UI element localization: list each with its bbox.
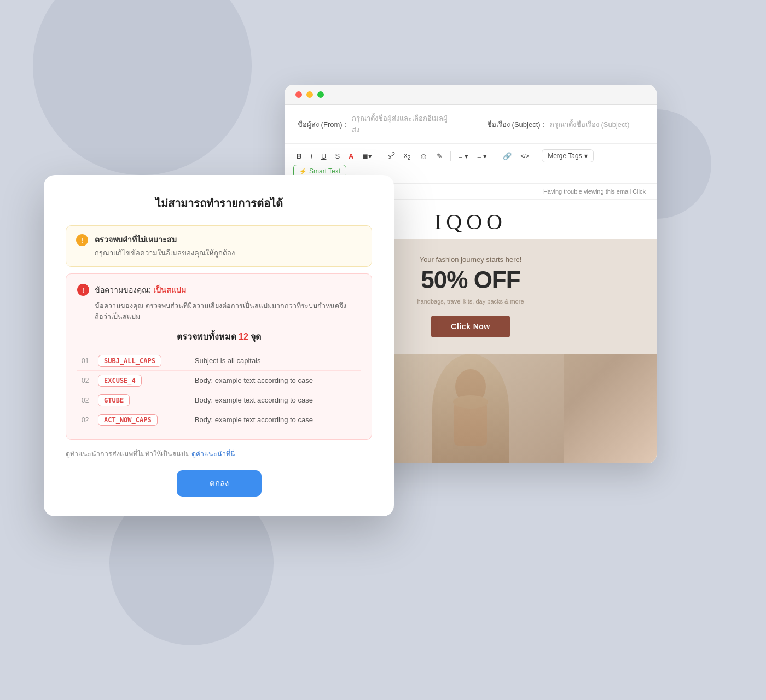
- warning-title: ตรวจพบคำที่ไม่เหมาะสม: [95, 234, 235, 246]
- underline-button[interactable]: U: [318, 150, 329, 162]
- error-title: ข้อความของคุณ: เป็นสแปม: [95, 284, 186, 296]
- footer-pre: ดูทำแนะนำการส่งแมพที่ไม่ทำให้เป็นสแปม: [66, 450, 192, 458]
- svg-rect-0: [378, 354, 564, 463]
- email-cta-button[interactable]: Click Now: [431, 316, 509, 337]
- row-num: 01: [77, 351, 94, 371]
- svg-rect-2: [454, 402, 487, 446]
- modal-title: ไม่สามารถทำรายการต่อได้: [66, 195, 372, 212]
- row-desc: Body: example text according to case: [190, 371, 361, 390]
- merge-tags-chevron: ▾: [584, 152, 588, 160]
- superscript-button[interactable]: x2: [385, 149, 398, 162]
- merge-tags-label: Merge Tags: [548, 152, 582, 160]
- strikethrough-button[interactable]: S: [332, 150, 343, 162]
- svg-point-3: [453, 395, 488, 409]
- table-row: 02 ACT_NOW_CAPS Body: example text accor…: [77, 410, 361, 430]
- modal-footer-text: ดูทำแนะนำการส่งแมพที่ไม่ทำให้เป็นสแปม ดู…: [66, 448, 372, 459]
- error-desc: ข้อความของคุณ ตรวจพบส่วนที่มีความเสี่ยงต…: [77, 300, 361, 322]
- window-maximize-dot: [317, 91, 324, 98]
- footer-link[interactable]: ดูคำแนะนำที่นี่: [192, 450, 235, 458]
- toolbar-divider-4: [537, 151, 537, 161]
- bold-button[interactable]: B: [293, 150, 305, 162]
- code-button[interactable]: </>: [517, 151, 532, 161]
- row-desc: Body: example text according to case: [190, 390, 361, 410]
- bullet-list-button[interactable]: ≡ ▾: [455, 150, 472, 162]
- row-tag: EXCUSE_4: [94, 371, 190, 390]
- summary-post: จุด: [248, 332, 261, 341]
- row-num: 02: [77, 390, 94, 410]
- pen-button[interactable]: ✎: [433, 150, 446, 162]
- subject-label: ชื่อเรื่อง (Subject) :: [487, 119, 544, 130]
- bg-decoration-1: [33, 0, 252, 175]
- ordered-list-button[interactable]: ≡ ▾: [474, 150, 490, 162]
- italic-button[interactable]: I: [307, 150, 316, 162]
- subscript-button[interactable]: x2: [401, 149, 414, 162]
- link-button[interactable]: 🔗: [500, 150, 515, 162]
- warning-desc: กรุณาแก้ไขข้อความในอีเมลของคุณให้ถูกต้อง: [95, 247, 235, 259]
- toolbar-divider-3: [495, 151, 495, 161]
- from-label: ชื่อผู้ส่ง (From) :: [298, 119, 346, 130]
- spam-table: 01 SUBJ_ALL_CAPS Subject is all capitals…: [77, 351, 361, 429]
- table-row: 02 GTUBE Body: example text according to…: [77, 390, 361, 410]
- error-icon: !: [77, 284, 89, 296]
- row-num: 02: [77, 371, 94, 390]
- row-desc: Body: example text according to case: [190, 410, 361, 430]
- smart-text-label: Smart Text: [309, 167, 340, 175]
- warning-content: ตรวจพบคำที่ไม่เหมาะสม กรุณาแก้ไขข้อความใ…: [95, 234, 235, 259]
- error-card-header: ! ข้อความของคุณ: เป็นสแปม: [77, 284, 361, 296]
- highlight-button[interactable]: ◼▾: [359, 150, 375, 162]
- row-tag: GTUBE: [94, 390, 190, 410]
- window-minimize-dot: [306, 91, 313, 98]
- error-modal: ไม่สามารถทำรายการต่อได้ ! ตรวจพบคำที่ไม่…: [44, 175, 394, 516]
- table-row: 01 SUBJ_ALL_CAPS Subject is all capitals: [77, 351, 361, 371]
- confirm-button[interactable]: ตกลง: [177, 470, 262, 497]
- spam-count: 12: [239, 332, 248, 341]
- toolbar-divider-1: [380, 151, 380, 161]
- merge-tags-button[interactable]: Merge Tags ▾: [542, 149, 593, 162]
- font-color-button[interactable]: A: [345, 150, 357, 162]
- row-tag: SUBJ_ALL_CAPS: [94, 351, 190, 371]
- table-row: 02 EXCUSE_4 Body: example text according…: [77, 371, 361, 390]
- editor-window-header: [285, 85, 657, 105]
- row-desc: Subject is all capitals: [190, 351, 361, 371]
- smart-text-icon: ⚡: [299, 168, 307, 175]
- error-card: ! ข้อความของคุณ: เป็นสแปม ข้อความของคุณ …: [66, 273, 372, 440]
- warning-card: ! ตรวจพบคำที่ไม่เหมาะสม กรุณาแก้ไขข้อควา…: [66, 225, 372, 267]
- error-title-pre: ข้อความของคุณ:: [95, 285, 153, 294]
- warning-icon: !: [76, 234, 88, 246]
- subject-value: กรุณาตั้งชื่อเรื่อง (Subject): [550, 119, 630, 130]
- spam-badge: เป็นสแปม: [153, 285, 186, 294]
- toolbar-divider-2: [450, 151, 451, 161]
- error-summary: ตรวจพบทั้งหมด 12 จุด: [77, 330, 361, 343]
- svg-point-1: [455, 369, 486, 404]
- trouble-text: Having trouble viewing this email Click: [543, 188, 646, 195]
- row-num: 02: [77, 410, 94, 430]
- summary-pre: ตรวจพบทั้งหมด: [177, 332, 239, 341]
- from-value: กรุณาตั้งชื่อผู้ส่งและเลือกอีเมลผู้ส่ง: [352, 113, 454, 136]
- emoji-button[interactable]: ☺: [416, 150, 431, 162]
- editor-from-row: ชื่อผู้ส่ง (From) : กรุณาตั้งชื่อผู้ส่งแ…: [285, 105, 657, 144]
- window-close-dot: [295, 91, 302, 98]
- row-tag: ACT_NOW_CAPS: [94, 410, 190, 430]
